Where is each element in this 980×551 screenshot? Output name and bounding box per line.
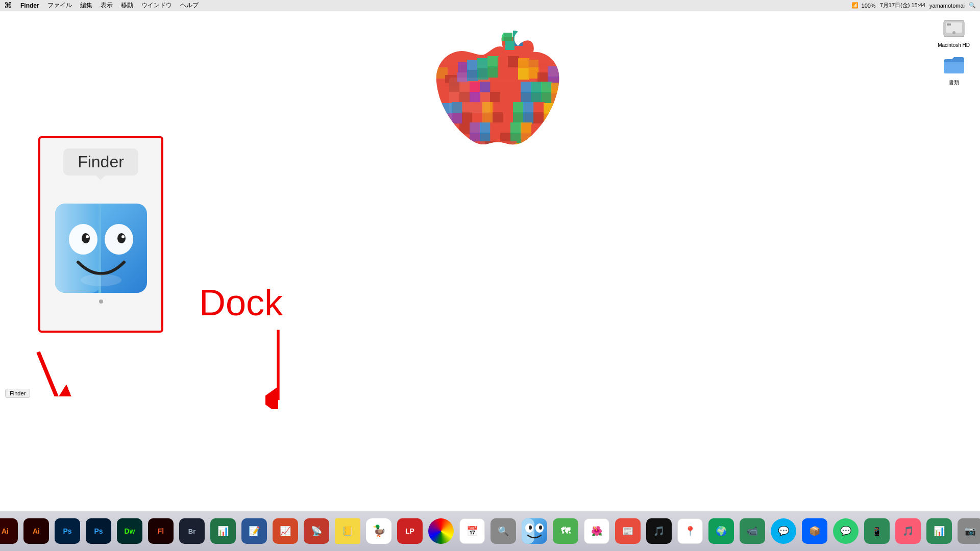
dock-photos[interactable]: 🌺 bbox=[582, 516, 611, 546]
menu-file[interactable]: ファイル bbox=[47, 1, 72, 10]
dock-powerpoint[interactable]: 📈 bbox=[271, 516, 300, 546]
svg-rect-67 bbox=[551, 83, 562, 94]
svg-rect-58 bbox=[500, 92, 511, 103]
dock-music[interactable]: 🎵 bbox=[644, 516, 674, 546]
svg-point-10 bbox=[86, 235, 89, 238]
menubar-left: ⌘ Finder ファイル 編集 表示 移動 ウインドウ ヘルプ bbox=[4, 1, 199, 10]
svg-rect-104 bbox=[510, 122, 522, 134]
svg-rect-62 bbox=[521, 92, 532, 103]
dock-maps[interactable]: 🗺 bbox=[551, 516, 580, 546]
svg-point-131 bbox=[529, 525, 532, 530]
svg-rect-55 bbox=[490, 82, 501, 93]
svg-rect-96 bbox=[470, 122, 481, 134]
svg-rect-110 bbox=[541, 126, 550, 135]
desktop-icon-folder[interactable]: 書類 bbox=[942, 53, 966, 86]
dock-reeder[interactable]: 📰 bbox=[613, 516, 643, 546]
dock-facetime2[interactable]: 📱 bbox=[862, 516, 892, 546]
svg-rect-59 bbox=[510, 82, 522, 93]
dock-photoshop[interactable]: Ps bbox=[53, 516, 82, 546]
dock-dropbox[interactable]: 📦 bbox=[800, 516, 829, 546]
svg-rect-92 bbox=[449, 123, 460, 135]
dock-googleearth[interactable]: 🌍 bbox=[706, 516, 736, 546]
dock-facetime[interactable]: 📹 bbox=[738, 516, 767, 546]
svg-rect-81 bbox=[503, 102, 514, 113]
svg-rect-80 bbox=[493, 112, 504, 123]
svg-rect-64 bbox=[531, 92, 542, 103]
apple-menu[interactable]: ⌘ bbox=[4, 1, 12, 10]
dock-cyberduck[interactable]: 🦆 bbox=[364, 516, 394, 546]
dock-ai2[interactable]: Ai bbox=[21, 516, 51, 546]
svg-rect-88 bbox=[533, 112, 545, 123]
svg-rect-33 bbox=[498, 57, 509, 68]
svg-rect-107 bbox=[521, 133, 532, 144]
svg-rect-106 bbox=[521, 122, 532, 134]
app-name[interactable]: Finder bbox=[20, 2, 39, 9]
dock-word[interactable]: 📝 bbox=[239, 516, 269, 546]
dock-colorsync[interactable]: CS bbox=[426, 516, 456, 546]
apple-logo bbox=[424, 27, 582, 197]
svg-rect-72 bbox=[452, 113, 463, 124]
svg-rect-36 bbox=[508, 67, 519, 79]
menu-window[interactable]: ウインドウ bbox=[141, 1, 172, 10]
wifi-icon: 📶 bbox=[851, 2, 859, 9]
svg-rect-3 bbox=[947, 23, 951, 26]
svg-rect-91 bbox=[554, 103, 563, 114]
svg-rect-108 bbox=[531, 124, 542, 136]
svg-rect-90 bbox=[544, 113, 555, 124]
dock-stickies[interactable]: 📒 bbox=[333, 516, 362, 546]
svg-rect-74 bbox=[462, 112, 473, 123]
svg-rect-25 bbox=[458, 62, 468, 72]
dock-messages[interactable]: 💬 bbox=[831, 516, 861, 546]
dock-animate[interactable]: Fl bbox=[146, 516, 176, 546]
dock-excel[interactable]: 📊 bbox=[208, 516, 238, 546]
svg-rect-32 bbox=[487, 66, 499, 78]
svg-point-11 bbox=[117, 233, 126, 243]
finder-dock-label: Finder bbox=[5, 389, 30, 398]
svg-rect-63 bbox=[531, 82, 542, 93]
svg-rect-83 bbox=[513, 102, 524, 113]
dock-numbers[interactable]: 📊 bbox=[924, 516, 954, 546]
svg-point-9 bbox=[82, 233, 90, 243]
svg-rect-37 bbox=[518, 58, 529, 69]
menu-go[interactable]: 移動 bbox=[121, 1, 133, 10]
svg-point-132 bbox=[539, 525, 542, 530]
desktop-icon-hd[interactable]: Macintosh HD bbox=[938, 16, 970, 48]
svg-rect-79 bbox=[493, 102, 504, 113]
menubar-right: 📶 100% 7月17日(金) 15:44 yamamotomai 🔍 bbox=[851, 2, 976, 9]
svg-rect-112 bbox=[475, 141, 486, 152]
svg-rect-21 bbox=[514, 38, 523, 46]
menubar-username: yamamotomai bbox=[929, 3, 965, 9]
dock-finder2[interactable] bbox=[520, 516, 549, 546]
svg-point-13 bbox=[81, 274, 121, 286]
svg-rect-39 bbox=[518, 68, 529, 80]
dock-dreamweaver[interactable]: Dw bbox=[115, 516, 144, 546]
svg-rect-95 bbox=[459, 134, 471, 145]
dock-calendar[interactable]: 📅 bbox=[457, 516, 487, 546]
menu-view[interactable]: 表示 bbox=[101, 1, 113, 10]
dock-skype[interactable]: 💬 bbox=[769, 516, 798, 546]
svg-rect-116 bbox=[516, 143, 527, 152]
svg-rect-27 bbox=[467, 60, 477, 70]
svg-rect-115 bbox=[505, 141, 517, 152]
svg-rect-100 bbox=[490, 122, 501, 134]
search-icon[interactable]: 🔍 bbox=[969, 2, 976, 9]
svg-point-12 bbox=[121, 235, 125, 238]
dock-iphoto[interactable]: 📷 bbox=[955, 516, 980, 546]
menu-help[interactable]: ヘルプ bbox=[180, 1, 199, 10]
dock: 🎙 🧭 🦊 ⬤ 👤 Ai Ai Ps Ps Dw Fl Br 📊 bbox=[0, 511, 980, 551]
menu-edit[interactable]: 編集 bbox=[80, 1, 92, 10]
dock-illustrator[interactable]: Ai bbox=[0, 516, 20, 546]
svg-rect-111 bbox=[464, 143, 476, 152]
finder-bubble-label: Finder bbox=[63, 148, 138, 176]
dock-ps2[interactable]: Ps bbox=[84, 516, 113, 546]
svg-rect-85 bbox=[523, 102, 534, 113]
hd-icon bbox=[942, 16, 966, 41]
dock-bridge[interactable]: Br bbox=[177, 516, 207, 546]
dock-filezilla[interactable]: 📡 bbox=[302, 516, 331, 546]
dock-itunes[interactable]: 🎵 bbox=[893, 516, 923, 546]
svg-rect-113 bbox=[485, 141, 496, 152]
dock-googlemaps[interactable]: 📍 bbox=[675, 516, 705, 546]
svg-rect-47 bbox=[439, 93, 450, 104]
dock-pathfinder[interactable]: 🔍 bbox=[488, 516, 518, 546]
dock-lastpass[interactable]: LP bbox=[395, 516, 425, 546]
